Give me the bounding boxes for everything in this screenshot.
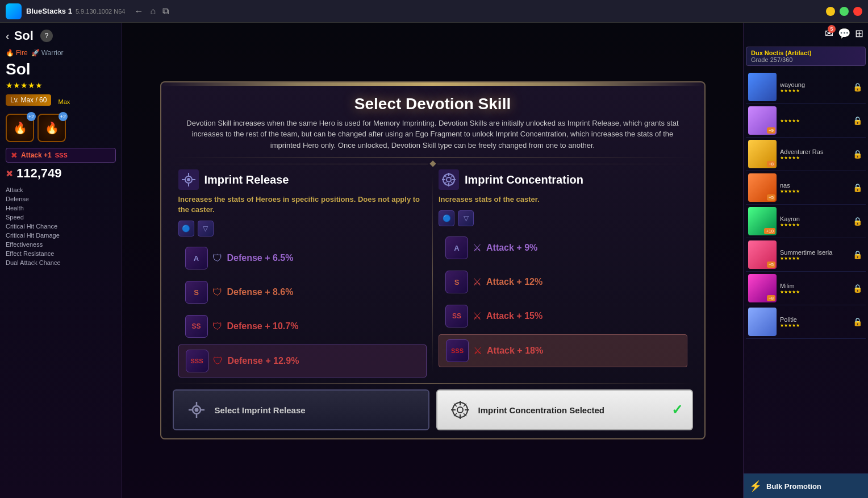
game-area: ‹ Sol ? 🔥 Fire 🚀 Warrior Sol ★★★★★ Lv. M… bbox=[0, 23, 868, 498]
imprint-release-tier-icons: 🔵 ▽ bbox=[178, 221, 427, 236]
titlebar-nav: ← ⌂ ⧉ bbox=[134, 6, 169, 16]
element-tag: 🔥 Fire bbox=[6, 49, 28, 57]
select-imprint-concentration-button[interactable]: Imprint Concentration Selected ✓ bbox=[436, 389, 693, 430]
equip-slot-2[interactable]: 🔥 +2 bbox=[37, 114, 66, 142]
right-sidebar: ✉ 5 💬 ⊞ Dux Noctis (Artifact) Grade 257/… bbox=[743, 23, 868, 498]
titlebar: BlueStacks 1 5.9.130.1002 N64 ← ⌂ ⧉ bbox=[0, 0, 868, 23]
concentration-stat-s: Attack + 12% bbox=[486, 277, 542, 287]
bluestacks-logo bbox=[6, 3, 22, 19]
concentration-stat-ss: Attack + 15% bbox=[486, 311, 542, 321]
tier-ss-icon: SS bbox=[185, 315, 208, 338]
defense-icon-a: 🛡 bbox=[212, 252, 223, 264]
nav-back-icon[interactable]: ← bbox=[134, 6, 143, 16]
menu-icon[interactable]: ⊞ bbox=[855, 27, 863, 40]
attack-icon-ss: ⚔ bbox=[473, 310, 482, 322]
list-item: +9 ★★★★★ 🔒 bbox=[746, 104, 866, 138]
stat-effectiveness: Effectiveness bbox=[6, 240, 116, 249]
release-btn-svg bbox=[186, 400, 207, 420]
concentration-btn-svg bbox=[450, 400, 470, 420]
svg-point-17 bbox=[194, 408, 198, 412]
tier-a-icon: A bbox=[185, 247, 208, 269]
hero-stars: ★★★★★ bbox=[6, 81, 116, 90]
imprint-release-column: Imprint Release Increases the stats of H… bbox=[173, 169, 433, 377]
bulk-promotion-button[interactable]: ⚡ Bulk Promotion bbox=[744, 474, 868, 498]
hero-roster: wayoung ★★★★★ 🔒 +9 ★★★★★ 🔒 +8 bbox=[744, 68, 868, 341]
bulk-promo-label: Bulk Promotion bbox=[766, 482, 821, 491]
lock-icon: 🔒 bbox=[853, 250, 862, 259]
list-item: +10 Kayron ★★★★★ 🔒 bbox=[746, 205, 866, 238]
artifact-name: Dux Noctis bbox=[751, 49, 783, 56]
right-top-icons: ✉ 5 💬 ⊞ bbox=[744, 23, 868, 44]
release-stat-s: Defense + 8.6% bbox=[227, 287, 294, 297]
hero-tags: 🔥 Fire 🚀 Warrior bbox=[6, 49, 116, 57]
combat-power-icon: ✖ bbox=[6, 168, 13, 179]
artifact-type: (Artifact) bbox=[786, 49, 812, 56]
roster-stars: ★★★★★ bbox=[780, 88, 805, 93]
roster-avatar: +5 bbox=[748, 240, 777, 269]
imprint-release-tier-s: S 🛡 Defense + 8.6% bbox=[178, 276, 427, 308]
list-item: +8 Adventurer Ras ★★★★★ 🔒 bbox=[746, 138, 866, 171]
svg-point-1 bbox=[187, 178, 190, 181]
artifact-grade-val: 257/360 bbox=[770, 56, 793, 63]
imprint-text: Attack +1 bbox=[21, 151, 52, 159]
left-sidebar: ‹ Sol ? 🔥 Fire 🚀 Warrior Sol ★★★★★ Lv. M… bbox=[0, 23, 122, 498]
list-item: +5 nas ★★★★★ 🔒 bbox=[746, 171, 866, 205]
release-btn-icon bbox=[185, 399, 208, 421]
artifact-banner: Dux Noctis (Artifact) Grade 257/360 bbox=[746, 47, 866, 66]
tier-icon-preview-2: ▽ bbox=[198, 221, 214, 236]
svg-point-23 bbox=[457, 407, 463, 413]
tier-icon-preview-1: 🔵 bbox=[178, 221, 194, 236]
roster-name: nas bbox=[780, 182, 800, 189]
diamond-line-left bbox=[161, 164, 428, 164]
info-button[interactable]: ? bbox=[40, 30, 53, 42]
back-button[interactable]: ‹ bbox=[6, 30, 10, 43]
equip-badge-1: +2 bbox=[27, 112, 36, 121]
concentration-btn-icon bbox=[449, 399, 471, 421]
release-btn-label: Select Imprint Release bbox=[215, 405, 306, 415]
close-button[interactable] bbox=[853, 7, 862, 16]
hero-full-name: Sol bbox=[6, 60, 116, 78]
attack-icon-a: ⚔ bbox=[473, 242, 482, 254]
imprint-release-tier-ss: SS 🛡 Defense + 10.7% bbox=[178, 310, 427, 342]
roster-name: wayoung bbox=[780, 81, 805, 88]
roster-avatar: +8 bbox=[748, 140, 777, 168]
defense-icon-ss: 🛡 bbox=[212, 321, 223, 333]
lock-icon: 🔒 bbox=[853, 284, 862, 293]
imprint-concentration-title: Imprint Concentration bbox=[465, 173, 583, 186]
equip-slot-1[interactable]: 🔥 +2 bbox=[6, 114, 34, 142]
release-stat-a: Defense + 6.5% bbox=[227, 253, 294, 263]
roster-avatar bbox=[748, 73, 777, 101]
minimize-button[interactable] bbox=[826, 7, 835, 16]
select-imprint-release-button[interactable]: Select Imprint Release bbox=[173, 389, 429, 430]
concentration-tier-preview-2: ▽ bbox=[458, 210, 474, 226]
bulk-promo-icon: ⚡ bbox=[749, 480, 762, 492]
combat-power-value: 112,749 bbox=[16, 166, 62, 181]
stat-effect-resist: Effect Resistance bbox=[6, 249, 116, 258]
level-badge: +5 bbox=[767, 194, 775, 201]
equip-badge-2: +2 bbox=[59, 112, 68, 121]
modal-description: Devotion Skill increases when the same H… bbox=[161, 118, 704, 158]
imprint-release-icon bbox=[178, 169, 199, 190]
imprint-release-title: Imprint Release bbox=[205, 173, 289, 186]
tier-sss-icon: SSS bbox=[186, 350, 208, 372]
imprint-concentration-svg bbox=[441, 172, 457, 188]
diamond-line-right bbox=[437, 164, 704, 164]
roster-avatar bbox=[748, 308, 777, 336]
level-badge: +10 bbox=[764, 228, 775, 234]
nav-home-icon[interactable]: ⌂ bbox=[150, 6, 156, 16]
maximize-button[interactable] bbox=[840, 7, 849, 16]
imprint-concentration-tier-sss: SSS ⚔ Attack + 18% bbox=[439, 334, 687, 367]
nav-tabs-icon[interactable]: ⧉ bbox=[162, 6, 169, 16]
mail-button[interactable]: ✉ 5 bbox=[825, 27, 833, 40]
lock-icon: 🔒 bbox=[853, 150, 862, 159]
combat-power-row: ✖ 112,749 bbox=[6, 166, 116, 181]
imprint-level: SSS bbox=[55, 152, 68, 159]
imprint-release-svg bbox=[181, 172, 197, 188]
concentration-tier-sss-icon: SSS bbox=[446, 339, 469, 362]
concentration-stat-a: Attack + 9% bbox=[486, 243, 537, 253]
level-badge: +8 bbox=[767, 161, 775, 167]
imprint-concentration-icon bbox=[439, 169, 459, 190]
chat-icon[interactable]: 💬 bbox=[838, 27, 850, 40]
hero-back-row: ‹ Sol ? bbox=[6, 28, 116, 43]
modal-columns: Imprint Release Increases the stats of H… bbox=[161, 169, 704, 383]
